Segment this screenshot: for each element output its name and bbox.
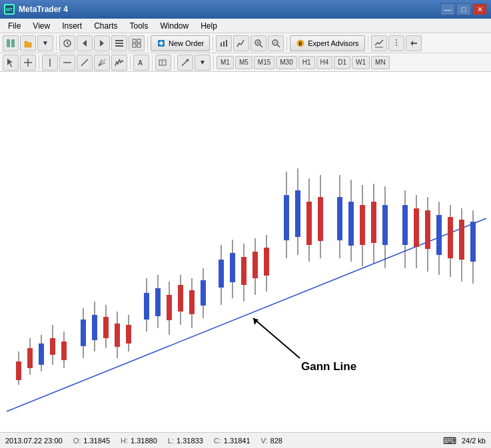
toolbar-main: ▼ New Order E E [0,33,491,53]
tf-h4[interactable]: H4 [316,56,333,69]
svg-rect-19 [226,40,227,47]
svg-rect-79 [201,280,206,306]
svg-line-38 [99,59,105,66]
svg-rect-95 [306,202,312,245]
close-value: 1.31841 [224,437,250,445]
grid-icon[interactable] [129,35,145,51]
open-icon[interactable] [20,35,36,51]
dropdown-arrow-icon[interactable]: ▼ [195,55,211,71]
svg-rect-13 [137,44,141,47]
tf-mn[interactable]: MN [371,56,390,69]
tf-w1[interactable]: W1 [352,56,370,69]
status-close: C: 1.31841 [214,437,250,445]
trend-line-icon[interactable] [77,55,93,71]
svg-marker-31 [410,41,417,46]
menu-window[interactable]: Window [155,20,195,32]
svg-marker-32 [7,59,13,67]
horizontal-line-icon[interactable] [59,55,75,71]
auto-scroll-icon[interactable] [406,35,422,51]
separator-4 [286,36,287,51]
menu-view[interactable]: View [27,20,55,32]
chart-type-icon[interactable] [216,35,232,51]
svg-rect-11 [137,39,141,43]
vertical-line-icon[interactable] [42,55,58,71]
close-button[interactable]: ✕ [472,3,487,15]
cursor-icon[interactable] [3,55,19,71]
svg-rect-77 [189,290,195,314]
label-icon[interactable]: T [155,55,171,71]
svg-rect-69 [144,293,149,320]
svg-rect-87 [252,252,258,278]
text-icon[interactable]: A [133,55,149,71]
new-order-button[interactable]: New Order [151,35,210,51]
title-bar-left: MT MetaTrader 4 [4,4,68,15]
menu-charts[interactable]: Charts [89,20,123,32]
history-icon[interactable] [59,35,75,51]
volume-value: 828 [270,437,282,445]
sep-draw-2 [130,55,131,70]
ea-icon: E [296,39,305,48]
svg-rect-71 [155,288,161,316]
zoom-out-icon[interactable] [268,35,284,51]
svg-rect-119 [459,220,464,260]
line-icon[interactable] [233,35,249,51]
menu-help[interactable]: Help [195,20,223,32]
separator-2 [147,36,148,51]
svg-rect-3 [11,39,15,47]
svg-rect-99 [337,197,342,240]
close-label: C: [214,437,221,445]
indicator-icon[interactable] [371,35,387,51]
svg-line-21 [260,45,262,47]
svg-rect-111 [414,208,419,247]
tf-d1[interactable]: D1 [334,56,350,69]
maximize-button[interactable]: □ [456,3,471,15]
minimize-button[interactable]: — [440,3,455,15]
status-right: ⌨ 24/2 kb [443,435,486,446]
menu-insert[interactable]: Insert [57,20,87,32]
svg-text:MT: MT [6,7,13,12]
arrow-tool-icon[interactable] [177,55,193,71]
volume-label: V: [261,437,268,445]
expert-advisors-button[interactable]: E Expert Advisors [290,35,364,51]
new-order-icon [157,39,166,48]
svg-rect-55 [50,338,55,355]
svg-rect-103 [360,205,365,245]
svg-rect-7 [115,40,123,41]
tf-m15[interactable]: M15 [254,56,274,69]
sep-draw-3 [152,55,153,70]
svg-line-25 [277,45,280,47]
zoom-in-icon[interactable] [250,35,266,51]
svg-rect-97 [318,197,323,241]
svg-rect-18 [223,41,225,47]
chart-container[interactable]: Gann Line [0,72,491,432]
svg-rect-121 [470,222,476,262]
svg-rect-2 [7,39,10,47]
window-title: MetaTrader 4 [19,5,68,14]
svg-rect-113 [425,210,430,249]
status-volume: V: 828 [261,437,282,445]
left-arrow-icon[interactable] [77,35,93,51]
tf-m30[interactable]: M30 [276,56,296,69]
tf-m1[interactable]: M1 [217,56,234,69]
title-bar: MT MetaTrader 4 — □ ✕ [0,0,491,19]
list-icon[interactable] [111,35,127,51]
tf-m5[interactable]: M5 [235,56,252,69]
tf-h1[interactable]: H1 [298,56,315,69]
crosshair-icon[interactable] [20,55,36,71]
right-arrow-icon[interactable] [94,35,110,51]
low-value: 1.31833 [177,437,203,445]
price-icon[interactable] [388,35,404,51]
svg-rect-91 [284,195,289,240]
new-chart-icon[interactable] [3,35,19,51]
chart-svg: Gann Line [0,72,491,432]
svg-rect-81 [219,260,224,288]
new-order-label: New Order [169,39,204,47]
svg-rect-9 [115,45,123,47]
svg-line-37 [81,59,88,66]
status-high: H: 1.31880 [121,437,157,445]
menu-file[interactable]: File [3,20,26,32]
arrow-down-icon[interactable]: ▼ [37,35,53,51]
gann-tools-icon[interactable] [94,55,110,71]
elliott-icon[interactable] [111,55,127,71]
menu-tools[interactable]: Tools [125,20,154,32]
